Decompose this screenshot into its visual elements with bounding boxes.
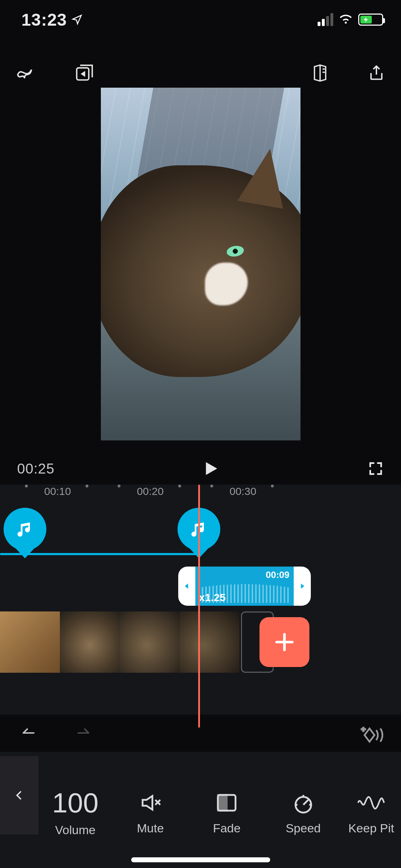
add-clip-button[interactable] — [259, 617, 309, 667]
redo-button[interactable] — [71, 725, 96, 743]
battery-icon — [358, 14, 383, 26]
clip-trim-left-handle[interactable] — [178, 567, 195, 606]
projects-library-icon[interactable] — [74, 63, 95, 83]
svg-text:+: + — [361, 725, 365, 733]
playback-bar: 00:25 — [0, 453, 401, 485]
video-thumbnail[interactable] — [180, 611, 240, 673]
tool-fade-label: Fade — [213, 821, 241, 835]
music-marker[interactable] — [4, 508, 46, 551]
ruler-tick-label: 00:30 — [230, 485, 256, 497]
play-button[interactable] — [200, 458, 222, 479]
status-bar: 13:23 — [0, 0, 401, 39]
timeline-ruler[interactable]: 00:10 00:20 00:30 — [0, 485, 401, 506]
tutorials-icon[interactable] — [310, 63, 330, 83]
status-time: 13:23 — [21, 10, 67, 30]
tool-keep-pitch[interactable]: Keep Pit — [341, 752, 401, 868]
share-icon[interactable] — [366, 63, 387, 83]
location-icon — [71, 14, 83, 25]
music-marker-row — [0, 506, 401, 567]
wifi-icon — [338, 14, 353, 26]
mute-icon — [137, 791, 164, 815]
history-row: + — [0, 716, 401, 752]
tool-speed-label: Speed — [286, 821, 320, 835]
cellular-signal-icon — [318, 13, 333, 26]
video-thumbnail[interactable] — [120, 611, 180, 673]
speed-icon — [289, 791, 317, 815]
video-preview[interactable] — [101, 88, 300, 440]
clip-speed: x1.25 — [199, 591, 226, 604]
tool-volume-label: Volume — [55, 823, 96, 837]
music-note-icon — [15, 519, 35, 539]
chevron-left-icon — [14, 787, 25, 803]
home-indicator[interactable] — [131, 857, 270, 862]
video-thumbnail[interactable] — [60, 611, 120, 673]
top-toolbar — [0, 53, 401, 93]
playhead[interactable] — [198, 485, 200, 728]
fade-icon — [213, 791, 241, 815]
playback-time: 00:25 — [17, 461, 55, 477]
tool-mute-label: Mute — [137, 821, 164, 835]
ruler-tick-label: 00:10 — [44, 485, 71, 497]
plus-icon — [273, 630, 296, 654]
tool-speed[interactable]: Speed — [265, 752, 341, 868]
toolbar-back-button[interactable] — [0, 756, 38, 835]
bottom-toolbar: 100 Volume Mute Fade Speed Keep Pit — [0, 752, 401, 868]
tool-volume[interactable]: 100 Volume — [38, 752, 112, 868]
tool-fade[interactable]: Fade — [189, 752, 265, 868]
keep-pitch-icon — [357, 791, 385, 815]
video-thumbnail-strip[interactable] — [0, 611, 401, 673]
svg-rect-3 — [218, 795, 227, 811]
tool-volume-value: 100 — [52, 789, 98, 817]
video-preview-area — [0, 88, 401, 440]
fullscreen-icon[interactable] — [367, 460, 384, 477]
add-keyframe-button[interactable]: + — [359, 725, 384, 743]
audio-clip-body[interactable]: 00:09 x1.25 — [195, 567, 294, 606]
ruler-tick-label: 00:20 — [137, 485, 164, 497]
tool-keep-pitch-label: Keep Pit — [348, 821, 394, 835]
tool-mute[interactable]: Mute — [112, 752, 189, 868]
app-logo-icon[interactable] — [14, 63, 35, 83]
audio-track-line[interactable] — [0, 553, 200, 555]
clip-trim-right-handle[interactable] — [294, 567, 311, 606]
video-thumbnail[interactable] — [0, 611, 60, 673]
timeline[interactable]: 00:10 00:20 00:30 00:09 x1.25 — [0, 485, 401, 715]
undo-button[interactable] — [17, 725, 42, 743]
clip-duration: 00:09 — [266, 569, 290, 580]
